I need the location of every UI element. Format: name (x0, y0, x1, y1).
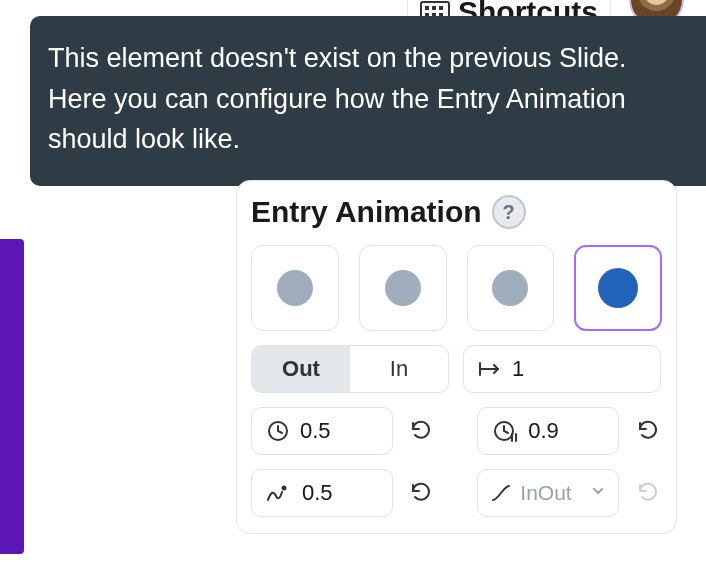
distance-icon (478, 359, 502, 379)
animation-preset-1[interactable] (251, 245, 339, 331)
svg-point-7 (282, 486, 287, 491)
canvas-edge (0, 239, 24, 554)
tooltip-text: This element doesn't exist on the previo… (48, 43, 626, 154)
direction-segmented: Out In (251, 345, 449, 393)
easing-value: InOut (520, 481, 582, 505)
preset-row (251, 245, 662, 331)
duration-value: 0.5 (300, 418, 331, 444)
delay-value: 0.9 (528, 418, 559, 444)
direction-out-button[interactable]: Out (252, 346, 350, 392)
panel-header: Entry Animation ? (251, 195, 662, 229)
bounce-input[interactable]: 0.5 (251, 469, 393, 517)
bounce-icon (266, 482, 292, 504)
easing-select[interactable]: InOut (477, 469, 619, 517)
bounce-value: 0.5 (302, 480, 333, 506)
panel-title: Entry Animation (251, 195, 482, 229)
animation-preset-4[interactable] (574, 245, 662, 331)
tooltip: This element doesn't exist on the previo… (30, 16, 706, 186)
chevron-down-icon (590, 483, 606, 503)
entry-animation-panel: Entry Animation ? Out In 1 (236, 180, 677, 534)
delay-reset-button[interactable] (633, 416, 662, 446)
preset-dot-icon (492, 270, 528, 306)
help-icon[interactable]: ? (492, 195, 526, 229)
animation-preset-3[interactable] (467, 245, 555, 331)
bounce-reset-button[interactable] (407, 478, 436, 508)
delay-icon (492, 419, 518, 443)
clock-icon (266, 419, 290, 443)
preset-dot-icon (598, 268, 638, 308)
duration-reset-button[interactable] (407, 416, 436, 446)
distance-input[interactable]: 1 (463, 345, 661, 393)
distance-value: 1 (512, 356, 524, 382)
preset-dot-icon (385, 270, 421, 306)
preset-dot-icon (277, 270, 313, 306)
direction-in-button[interactable]: In (350, 346, 448, 392)
delay-input[interactable]: 0.9 (477, 407, 619, 455)
easing-reset-button[interactable] (633, 478, 662, 508)
duration-input[interactable]: 0.5 (251, 407, 393, 455)
easing-icon (490, 482, 512, 504)
animation-preset-2[interactable] (359, 245, 447, 331)
